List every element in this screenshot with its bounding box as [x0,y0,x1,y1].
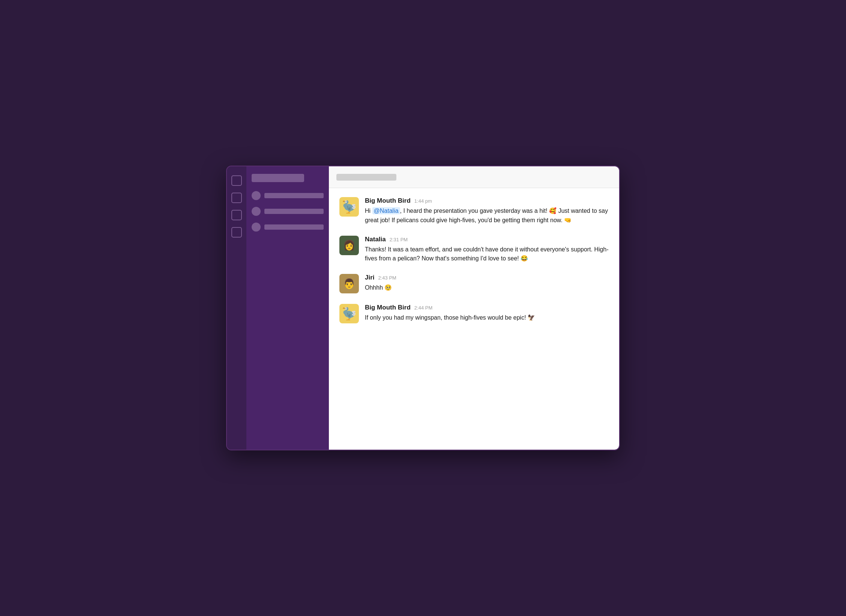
message-3: 👨 Jiri 2:43 PM Ohhhh 🥺 [339,274,609,293]
message-1-author: Big Mouth Bird [365,197,411,205]
message-2: 👩 Natalia 2:31 PM Thanks! It was a team … [339,236,609,264]
chat-area: 🦤 Big Mouth Bird 1:44 pm Hi @Natalia, I … [329,166,619,450]
sidebar-item-2-label [264,209,324,214]
sidebar-item-3-label [264,224,324,230]
message-1-time: 1:44 pm [414,198,432,204]
message-1-content: Big Mouth Bird 1:44 pm Hi @Natalia, I he… [365,197,609,225]
message-4-time: 2:44 PM [414,305,432,311]
message-4: 🦤 Big Mouth Bird 2:44 PM If only you had… [339,304,609,323]
message-4-content: Big Mouth Bird 2:44 PM If only you had m… [365,304,609,323]
sidebar-item-3[interactable] [252,223,324,232]
chat-header [329,166,619,188]
sidebar-item-3-avatar [252,223,261,232]
nav-icon-dms[interactable] [231,210,242,220]
message-1-text: Hi @Natalia, I heard the presentation yo… [365,206,609,225]
message-2-header: Natalia 2:31 PM [365,236,609,243]
message-4-text: If only you had my wingspan, those high-… [365,313,609,323]
chat-messages: 🦤 Big Mouth Bird 1:44 pm Hi @Natalia, I … [329,188,619,450]
message-4-author: Big Mouth Bird [365,304,411,311]
app-window: 🦤 Big Mouth Bird 1:44 pm Hi @Natalia, I … [226,166,620,450]
message-2-time: 2:31 PM [390,237,408,242]
avatar-natalia: 👩 [339,236,359,255]
message-3-time: 2:43 PM [378,275,396,281]
nav-icon-mentions[interactable] [231,227,242,238]
sidebar-item-1-label [264,193,324,198]
message-3-text: Ohhhh 🥺 [365,283,609,293]
sidebar-workspace-name [252,174,304,182]
mention-natalia[interactable]: @Natalia [372,207,400,214]
message-3-author: Jiri [365,274,375,281]
avatar-big-mouth-bird-1: 🦤 [339,197,359,217]
chat-channel-name [336,174,396,181]
nav-icon-home[interactable] [231,175,242,186]
nav-icon-channels[interactable] [231,193,242,203]
message-3-content: Jiri 2:43 PM Ohhhh 🥺 [365,274,609,293]
channel-sidebar [246,166,329,450]
sidebar-item-1[interactable] [252,191,324,200]
message-1-header: Big Mouth Bird 1:44 pm [365,197,609,205]
message-2-author: Natalia [365,236,386,243]
message-3-header: Jiri 2:43 PM [365,274,609,281]
sidebar-item-1-avatar [252,191,261,200]
avatar-big-mouth-bird-2: 🦤 [339,304,359,323]
message-1: 🦤 Big Mouth Bird 1:44 pm Hi @Natalia, I … [339,197,609,225]
sidebar-item-2-avatar [252,207,261,216]
icon-strip [227,166,246,450]
sidebar-item-2[interactable] [252,207,324,216]
message-4-header: Big Mouth Bird 2:44 PM [365,304,609,311]
avatar-jiri: 👨 [339,274,359,293]
message-2-content: Natalia 2:31 PM Thanks! It was a team ef… [365,236,609,264]
message-2-text: Thanks! It was a team effort, and we cou… [365,245,609,264]
